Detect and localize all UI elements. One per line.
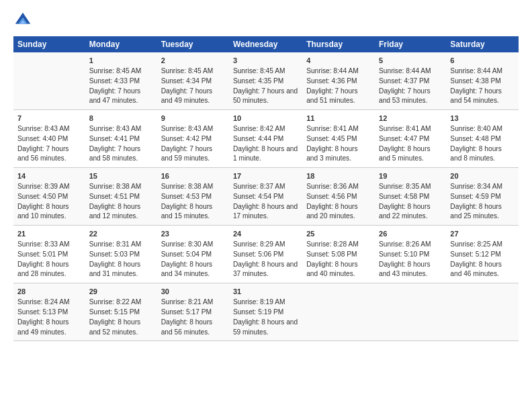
header [13, 11, 519, 30]
daylight-text: Daylight: 7 hours and 47 minutes. [89, 87, 153, 107]
sunrise-text: Sunrise: 8:44 AM [306, 66, 371, 77]
sunrise-text: Sunrise: 8:41 AM [306, 124, 371, 134]
cell-week1-day1: 8 Sunrise: 8:43 AMSunset: 4:41 PMDayligh… [85, 110, 157, 168]
sunrise-text: Sunrise: 8:44 AM [379, 66, 442, 77]
sunrise-text: Sunrise: 8:45 AM [233, 66, 298, 77]
cell-week3-day2: 23 Sunrise: 8:30 AMSunset: 5:04 PMDaylig… [157, 226, 229, 283]
sunrise-text: Sunrise: 8:45 AM [89, 66, 153, 77]
daylight-text: Daylight: 8 hours and 1 minute. [233, 144, 298, 165]
sunset-text: Sunset: 5:10 PM [379, 250, 442, 260]
sunset-text: Sunset: 4:44 PM [233, 134, 298, 144]
daylight-text: Daylight: 7 hours and 56 minutes. [17, 144, 81, 165]
day-header-friday: Friday [375, 36, 446, 52]
cell-week4-day4 [302, 283, 375, 341]
daylight-text: Daylight: 7 hours and 54 minutes. [450, 87, 515, 107]
sunrise-text: Sunrise: 8:25 AM [450, 240, 515, 250]
sunrise-text: Sunrise: 8:29 AM [233, 240, 298, 250]
cell-week0-day2: 2 Sunrise: 8:45 AMSunset: 4:34 PMDayligh… [157, 52, 229, 110]
week-row-4: 28 Sunrise: 8:24 AMSunset: 5:13 PMDaylig… [13, 283, 519, 341]
daylight-text: Daylight: 8 hours and 46 minutes. [450, 260, 515, 280]
sunset-text: Sunset: 4:33 PM [89, 77, 153, 87]
daylight-text: Daylight: 8 hours and 40 minutes. [306, 260, 371, 280]
sunset-text: Sunset: 5:19 PM [233, 308, 298, 318]
sunset-text: Sunset: 4:34 PM [161, 77, 225, 87]
sunset-text: Sunset: 4:37 PM [379, 77, 442, 87]
date-number: 21 [17, 230, 26, 238]
sunrise-text: Sunrise: 8:26 AM [379, 240, 442, 250]
daylight-text: Daylight: 8 hours and 10 minutes. [17, 202, 81, 222]
cell-week0-day5: 5 Sunrise: 8:44 AMSunset: 4:37 PMDayligh… [375, 52, 446, 110]
sunrise-text: Sunrise: 8:43 AM [161, 124, 225, 134]
daylight-text: Daylight: 8 hours and 28 minutes. [17, 260, 81, 280]
date-number: 15 [89, 172, 97, 180]
day-header-tuesday: Tuesday [157, 36, 229, 52]
daylight-text: Daylight: 8 hours and 12 minutes. [89, 202, 153, 222]
day-header-monday: Monday [85, 36, 157, 52]
week-row-2: 14 Sunrise: 8:39 AMSunset: 4:50 PMDaylig… [13, 168, 519, 226]
sunset-text: Sunset: 5:01 PM [17, 250, 81, 260]
sunset-text: Sunset: 5:04 PM [161, 250, 225, 260]
sunrise-text: Sunrise: 8:42 AM [233, 124, 298, 134]
sunrise-text: Sunrise: 8:21 AM [161, 298, 225, 308]
sunset-text: Sunset: 4:35 PM [233, 77, 298, 87]
date-number: 20 [450, 172, 458, 180]
day-header-wednesday: Wednesday [229, 36, 302, 52]
week-row-0: 1 Sunrise: 8:45 AMSunset: 4:33 PMDayligh… [13, 52, 519, 110]
date-number: 17 [233, 172, 241, 180]
cell-week0-day6: 6 Sunrise: 8:44 AMSunset: 4:38 PMDayligh… [446, 52, 519, 110]
calendar-table: SundayMondayTuesdayWednesdayThursdayFrid… [13, 36, 519, 341]
day-header-sunday: Sunday [13, 36, 85, 52]
sunrise-text: Sunrise: 8:22 AM [89, 298, 153, 308]
sunset-text: Sunset: 5:06 PM [233, 250, 298, 260]
date-number: 5 [379, 56, 383, 64]
sunset-text: Sunset: 4:51 PM [89, 192, 153, 202]
sunrise-text: Sunrise: 8:37 AM [233, 182, 298, 192]
sunset-text: Sunset: 4:50 PM [17, 192, 81, 202]
cell-week1-day5: 12 Sunrise: 8:41 AMSunset: 4:47 PMDaylig… [375, 110, 446, 168]
daylight-text: Daylight: 8 hours and 31 minutes. [89, 260, 153, 280]
sunset-text: Sunset: 4:36 PM [306, 77, 371, 87]
date-number: 24 [233, 230, 241, 238]
week-row-1: 7 Sunrise: 8:43 AMSunset: 4:40 PMDayligh… [13, 110, 519, 168]
daylight-text: Daylight: 8 hours and 20 minutes. [306, 202, 371, 222]
date-number: 14 [17, 172, 26, 180]
cell-week4-day6 [446, 283, 519, 341]
daylight-text: Daylight: 8 hours and 22 minutes. [379, 202, 442, 222]
date-number: 4 [306, 56, 310, 64]
date-number: 16 [161, 172, 169, 180]
daylight-text: Daylight: 7 hours and 58 minutes. [89, 144, 153, 165]
sunrise-text: Sunrise: 8:38 AM [161, 182, 225, 192]
sunset-text: Sunset: 5:12 PM [450, 250, 515, 260]
daylight-text: Daylight: 8 hours and 8 minutes. [450, 144, 515, 165]
date-number: 8 [89, 114, 93, 122]
date-number: 29 [89, 287, 97, 295]
cell-week1-day0: 7 Sunrise: 8:43 AMSunset: 4:40 PMDayligh… [13, 110, 85, 168]
cell-week1-day3: 10 Sunrise: 8:42 AMSunset: 4:44 PMDaylig… [229, 110, 302, 168]
cell-week1-day6: 13 Sunrise: 8:40 AMSunset: 4:48 PMDaylig… [446, 110, 519, 168]
cell-week0-day4: 4 Sunrise: 8:44 AMSunset: 4:36 PMDayligh… [302, 52, 375, 110]
date-number: 31 [233, 287, 241, 295]
sunrise-text: Sunrise: 8:33 AM [17, 240, 81, 250]
cell-week3-day3: 24 Sunrise: 8:29 AMSunset: 5:06 PMDaylig… [229, 226, 302, 283]
sunset-text: Sunset: 4:47 PM [379, 134, 442, 144]
daylight-text: Daylight: 8 hours and 15 minutes. [161, 202, 225, 222]
sunrise-text: Sunrise: 8:43 AM [17, 124, 81, 134]
daylight-text: Daylight: 8 hours and 25 minutes. [450, 202, 515, 222]
daylight-text: Daylight: 8 hours and 37 minutes. [233, 260, 298, 280]
daylight-text: Daylight: 8 hours and 5 minutes. [379, 144, 442, 165]
daylight-text: Daylight: 7 hours and 50 minutes. [233, 87, 298, 107]
daylight-text: Daylight: 8 hours and 43 minutes. [379, 260, 442, 280]
date-number: 12 [379, 114, 387, 122]
header-row: SundayMondayTuesdayWednesdayThursdayFrid… [13, 36, 519, 52]
date-number: 10 [233, 114, 241, 122]
cell-week2-day2: 16 Sunrise: 8:38 AMSunset: 4:53 PMDaylig… [157, 168, 229, 226]
date-number: 2 [161, 56, 165, 64]
cell-week4-day2: 30 Sunrise: 8:21 AMSunset: 5:17 PMDaylig… [157, 283, 229, 341]
sunset-text: Sunset: 4:40 PM [17, 134, 81, 144]
cell-week2-day6: 20 Sunrise: 8:34 AMSunset: 4:59 PMDaylig… [446, 168, 519, 226]
sunrise-text: Sunrise: 8:44 AM [450, 66, 515, 77]
cell-week3-day4: 25 Sunrise: 8:28 AMSunset: 5:08 PMDaylig… [302, 226, 375, 283]
cell-week1-day2: 9 Sunrise: 8:43 AMSunset: 4:42 PMDayligh… [157, 110, 229, 168]
cell-week3-day0: 21 Sunrise: 8:33 AMSunset: 5:01 PMDaylig… [13, 226, 85, 283]
day-header-thursday: Thursday [302, 36, 375, 52]
